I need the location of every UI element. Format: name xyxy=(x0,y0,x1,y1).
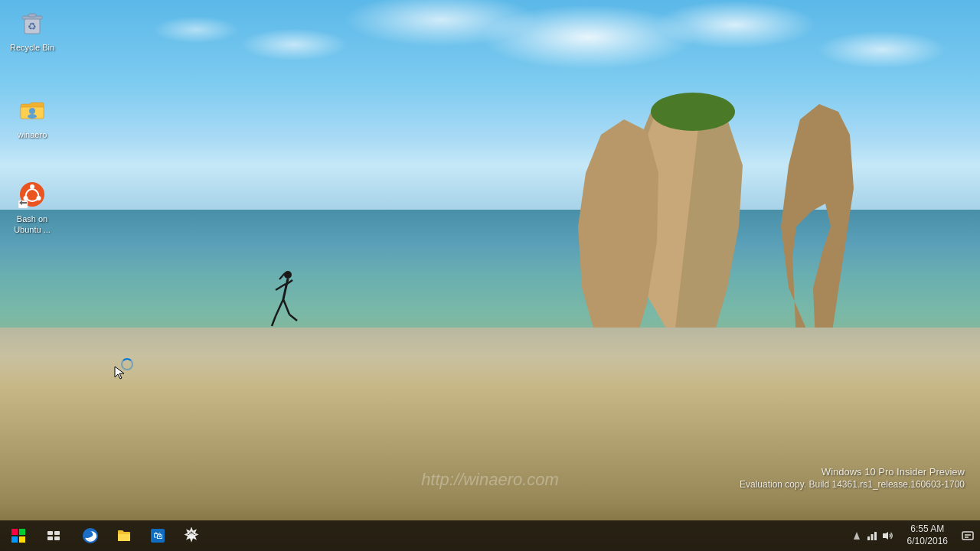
svg-rect-44 xyxy=(962,532,973,540)
svg-marker-43 xyxy=(883,532,888,540)
svg-rect-40 xyxy=(867,536,870,540)
svg-marker-3 xyxy=(781,104,854,341)
taskbar: 🛍 xyxy=(0,520,980,551)
watermark: http://winaero.com xyxy=(421,470,559,490)
svg-marker-26 xyxy=(115,367,124,379)
build-line1: Windows 10 Pro Insider Preview xyxy=(740,466,965,478)
build-info: Windows 10 Pro Insider Preview Evaluatio… xyxy=(740,466,965,490)
svg-text:♻: ♻ xyxy=(28,21,37,32)
taskbar-left: 🛍 xyxy=(0,520,208,551)
action-center-icon xyxy=(962,530,974,542)
svg-marker-39 xyxy=(854,532,860,540)
store-button[interactable]: 🛍 xyxy=(141,520,175,551)
svg-rect-41 xyxy=(871,534,873,540)
svg-text:🛍: 🛍 xyxy=(153,530,163,541)
svg-rect-42 xyxy=(874,532,877,540)
svg-line-6 xyxy=(283,279,288,299)
recycle-bin-label: Recycle Bin xyxy=(8,41,57,54)
recycle-bin-icon[interactable]: ♻ Recycle Bin xyxy=(2,5,63,57)
svg-rect-32 xyxy=(54,531,60,535)
network-tray-icon[interactable] xyxy=(864,520,880,551)
action-center-button[interactable] xyxy=(956,520,980,551)
network-icon xyxy=(866,530,878,541)
svg-rect-33 xyxy=(47,536,53,540)
settings-button[interactable] xyxy=(175,520,208,551)
mouse-cursor xyxy=(113,365,129,380)
svg-line-9 xyxy=(276,299,283,316)
edge-button[interactable] xyxy=(74,520,107,551)
start-icon xyxy=(11,529,25,543)
rock-formations xyxy=(551,73,934,341)
svg-line-10 xyxy=(272,316,276,326)
winaero-label: winaero xyxy=(15,129,50,141)
ocean xyxy=(0,210,980,375)
svg-marker-0 xyxy=(628,96,743,341)
svg-rect-16 xyxy=(28,14,36,17)
volume-icon xyxy=(881,530,893,541)
show-hidden-tray-button[interactable] xyxy=(849,520,864,551)
svg-line-13 xyxy=(279,273,285,279)
desktop: http://winaero.com Windows 10 Pro Inside… xyxy=(0,0,980,551)
start-button[interactable] xyxy=(0,520,37,551)
beach-sand xyxy=(0,328,980,520)
taskview-button[interactable] xyxy=(37,520,70,551)
svg-line-7 xyxy=(276,284,286,290)
svg-rect-27 xyxy=(11,529,18,535)
svg-rect-31 xyxy=(47,531,53,535)
recycle-bin-graphic: ♻ xyxy=(17,8,47,38)
running-person xyxy=(268,265,299,341)
svg-point-19 xyxy=(28,114,37,119)
sky-clouds xyxy=(0,0,980,248)
explorer-icon xyxy=(116,527,132,544)
svg-rect-24 xyxy=(18,201,28,208)
winaero-folder-icon[interactable]: winaero xyxy=(2,92,63,144)
clock-time: 6:55 AM xyxy=(910,523,944,536)
tray-icons xyxy=(844,520,900,551)
edge-icon xyxy=(82,527,99,544)
store-icon: 🛍 xyxy=(149,527,166,544)
svg-line-11 xyxy=(283,299,289,315)
system-tray: 6:55 AM 6/10/2016 xyxy=(844,520,980,551)
svg-point-21 xyxy=(30,184,34,189)
pinned-apps: 🛍 xyxy=(74,520,208,551)
bash-ubuntu-graphic xyxy=(17,179,47,210)
build-line2: Evaluation copy. Build 14361.rs1_release… xyxy=(740,479,965,490)
volume-tray-icon[interactable] xyxy=(880,520,895,551)
svg-line-12 xyxy=(289,315,297,321)
bash-ubuntu-label: Bash on Ubuntu ... xyxy=(5,213,60,236)
svg-rect-30 xyxy=(19,536,25,543)
explorer-button[interactable] xyxy=(107,520,141,551)
svg-point-18 xyxy=(29,108,35,114)
winaero-folder-graphic xyxy=(17,95,47,126)
loading-spinner xyxy=(121,358,133,370)
svg-marker-4 xyxy=(578,119,658,341)
clock-date: 6/10/2016 xyxy=(907,536,948,548)
svg-rect-28 xyxy=(19,529,25,535)
settings-icon xyxy=(183,527,200,544)
clock[interactable]: 6:55 AM 6/10/2016 xyxy=(900,520,956,551)
svg-marker-1 xyxy=(632,100,701,341)
svg-point-5 xyxy=(284,271,292,279)
chevron-up-icon xyxy=(854,531,860,540)
svg-rect-29 xyxy=(11,536,18,543)
svg-rect-34 xyxy=(54,536,60,540)
bash-ubuntu-icon[interactable]: Bash on Ubuntu ... xyxy=(2,176,63,240)
taskview-icon xyxy=(47,531,60,540)
svg-point-2 xyxy=(651,93,735,131)
